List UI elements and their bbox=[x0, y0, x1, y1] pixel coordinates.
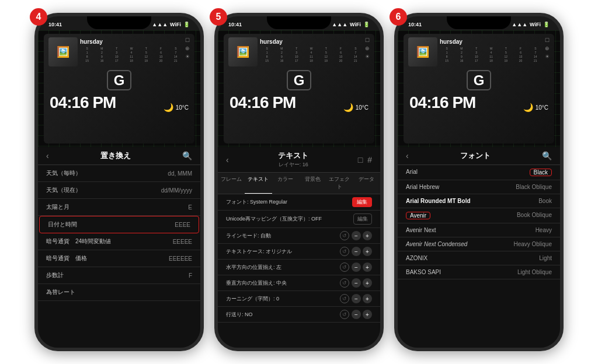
day-label-5: hursday bbox=[260, 38, 363, 45]
status-icons-6: ▲▲▲ WiFi 🔋 bbox=[512, 22, 550, 27]
preview-bottom-4: 04:16 PM 🌙 10°C bbox=[44, 91, 194, 114]
side-icons-4: ☐ ⊕ ☀ bbox=[185, 37, 190, 66]
tab-bg-color[interactable]: 背景色 bbox=[299, 173, 326, 194]
refresh-icon-5-5[interactable]: ↺ bbox=[340, 278, 349, 288]
moon-icon-6: 🌙 bbox=[523, 103, 533, 112]
tab-color[interactable]: カラー bbox=[272, 173, 299, 194]
content-5: フォント: System Regular 編集 Unicode再マッピング（互換… bbox=[218, 194, 380, 348]
monitor-icon-5[interactable]: □ bbox=[358, 155, 363, 164]
font-right-6-0[interactable]: Black bbox=[530, 169, 552, 176]
notch-5 bbox=[267, 16, 331, 29]
text-row-5-4: 水平方向の位置揃え: 左 ↺ − + bbox=[218, 260, 380, 275]
font-left-6-7: BAKSO SAPI bbox=[406, 269, 441, 275]
time-display-5: 04:16 PM bbox=[230, 93, 295, 112]
nav-main-title-5: テキスト bbox=[229, 150, 358, 161]
minus-btn-5-7[interactable]: − bbox=[352, 310, 361, 319]
minus-btn-5-3[interactable]: − bbox=[352, 247, 361, 256]
refresh-icon-5-7[interactable]: ↺ bbox=[340, 310, 349, 319]
stepper-5-7: − + bbox=[352, 310, 372, 319]
status-icons-5: ▲▲▲ WiFi 🔋 bbox=[332, 22, 370, 27]
text-row-5-5: 垂直方向の位置揃え: 中央 ↺ − + bbox=[218, 275, 380, 291]
plus-btn-5-3[interactable]: + bbox=[363, 247, 372, 256]
tab-data[interactable]: データ bbox=[353, 173, 380, 194]
step-badge-5: 5 bbox=[210, 8, 227, 26]
row-4-3-highlighted[interactable]: 日付と時間 EEEE bbox=[39, 216, 199, 233]
preview-bottom-5: 04:16 PM 🌙 10°C bbox=[224, 91, 374, 114]
day-label-4: hursday bbox=[80, 38, 183, 45]
plus-btn-5-4[interactable]: + bbox=[363, 262, 372, 272]
time-5: 10:41 bbox=[228, 22, 242, 27]
preview-content-6: 🖼️ hursday SMTWTFS 1234567 891011121314 … bbox=[404, 34, 554, 144]
phone-5: 10:41 ▲▲▲ WiFi 🔋 🖼️ hursday SMTWTFS 1234… bbox=[214, 13, 384, 351]
font-left-6-1: Arial Hebrew bbox=[406, 184, 439, 190]
preview-top-6: 🖼️ hursday SMTWTFS 1234567 891011121314 … bbox=[404, 34, 554, 70]
stepper-5-4: − + bbox=[352, 262, 372, 272]
hash-icon-5[interactable]: # bbox=[367, 155, 372, 164]
minus-btn-5-5[interactable]: − bbox=[352, 278, 361, 288]
plus-btn-5-2[interactable]: + bbox=[363, 231, 372, 240]
refresh-icon-5-3[interactable]: ↺ bbox=[340, 247, 349, 256]
step-badge-4: 4 bbox=[30, 8, 47, 26]
step-4-wrapper: 4 10:41 ▲▲▲ WiFi 🔋 🖼️ hursday SMTWTFS bbox=[34, 13, 204, 351]
refresh-icon-5-4[interactable]: ↺ bbox=[340, 262, 349, 272]
font-right-6-1: Black Oblique bbox=[516, 184, 552, 190]
minus-btn-5-6[interactable]: − bbox=[352, 294, 361, 303]
search-icon-4[interactable]: 🔍 bbox=[182, 151, 192, 160]
row-4-6: 歩数計 F bbox=[38, 267, 200, 284]
minus-btn-5-4[interactable]: − bbox=[352, 262, 361, 272]
time-4: 10:41 bbox=[48, 22, 62, 27]
preview-content-5: 🖼️ hursday SMTWTFS 1234567 891011121314 … bbox=[224, 34, 374, 144]
stepper-5-2: − + bbox=[352, 231, 372, 240]
font-left-6-2: Arial Rounded MT Bold bbox=[406, 198, 471, 204]
font-row-6-3[interactable]: Avenir Book Oblique bbox=[398, 208, 560, 223]
font-left-6-0: Arial bbox=[406, 169, 418, 176]
notch-4 bbox=[87, 16, 151, 29]
preview-g-4: G bbox=[44, 70, 194, 91]
refresh-icon-5-2[interactable]: ↺ bbox=[340, 231, 349, 240]
preview-top-4: 🖼️ hursday SMTWTFS 1234567 891011121314 … bbox=[44, 34, 194, 70]
preview-4: 🖼️ hursday SMTWTFS 1234567 891011121314 … bbox=[38, 30, 200, 147]
font-row-6-6: AZONIX Light bbox=[398, 251, 560, 265]
plus-btn-5-6[interactable]: + bbox=[363, 294, 372, 303]
temp-6: 10°C bbox=[536, 104, 548, 111]
nav-sub-title-5: レイヤー: 16 bbox=[229, 161, 358, 169]
plus-btn-5-5[interactable]: + bbox=[363, 278, 372, 288]
cal-6: SMTWTFS 1234567 891011121314 15161718192… bbox=[440, 47, 543, 62]
text-row-5-1: Unicode再マッピング（互換文字）: OFF 編集 bbox=[218, 211, 380, 228]
thumb-4: 🖼️ bbox=[48, 37, 78, 66]
time-display-6: 04:16 PM bbox=[409, 93, 475, 112]
tab-frame[interactable]: フレーム bbox=[218, 173, 245, 194]
temp-4: 10°C bbox=[176, 104, 189, 111]
font-right-6-5: Heavy Oblique bbox=[513, 241, 552, 247]
preview-bottom-6: 04:16 PM 🌙 10°C bbox=[404, 91, 554, 114]
nav-main-title-6: フォント bbox=[409, 150, 542, 161]
side-icons-5: ☐ ⊕ ☀ bbox=[365, 37, 370, 66]
nav-title-6: フォント bbox=[409, 150, 542, 161]
tab-effects[interactable]: エフェクト bbox=[326, 173, 353, 194]
preview-icons-5: 🌙 10°C bbox=[343, 103, 368, 112]
search-icon-6[interactable]: 🔍 bbox=[542, 151, 552, 160]
refresh-icon-5-6[interactable]: ↺ bbox=[340, 294, 349, 303]
nav-right-4: 🔍 bbox=[182, 151, 192, 160]
font-left-6-5: Avenir Next Condensed bbox=[406, 241, 467, 247]
nav-main-title-4: 置き換え bbox=[49, 150, 182, 161]
font-left-6-3[interactable]: Avenir bbox=[406, 212, 430, 219]
minus-btn-5-2[interactable]: − bbox=[352, 231, 361, 240]
preview-icons-4: 🌙 10°C bbox=[164, 103, 189, 112]
font-row-6-1: Arial Hebrew Black Oblique bbox=[398, 180, 560, 194]
edit-btn-5[interactable]: 編集 bbox=[352, 197, 372, 207]
text-row-5-0: フォント: System Regular 編集 bbox=[218, 194, 380, 211]
step-6-wrapper: 6 10:41 ▲▲▲ WiFi 🔋 🖼️ hursday SMTWTFS bbox=[394, 13, 564, 351]
thumb-6: 🖼️ bbox=[408, 37, 437, 66]
plain-edit-btn-5[interactable]: 編集 bbox=[353, 214, 372, 225]
plus-btn-5-7[interactable]: + bbox=[363, 310, 372, 319]
preview-content-4: 🖼️ hursday SMTWTFS 1234567 891011121314 … bbox=[44, 34, 194, 144]
font-row-6-0[interactable]: Arial Black bbox=[398, 165, 560, 180]
status-icons-4: ▲▲▲ WiFi 🔋 bbox=[152, 22, 190, 27]
tab-text[interactable]: テキスト bbox=[245, 173, 272, 194]
preview-5: 🖼️ hursday SMTWTFS 1234567 891011121314 … bbox=[218, 30, 380, 147]
row-4-7: 為替レート bbox=[38, 284, 200, 301]
cal-5: SMTWTFS 1234567 891011121314 15161718192… bbox=[260, 47, 363, 62]
step-badge-6: 6 bbox=[390, 8, 407, 26]
thumb-5: 🖼️ bbox=[228, 37, 258, 66]
